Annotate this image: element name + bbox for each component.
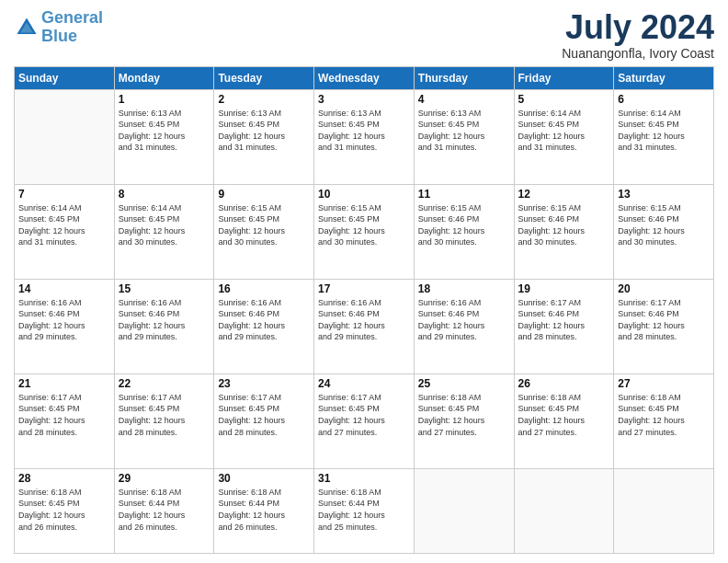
calendar-day-cell: 31Sunrise: 6:18 AM Sunset: 6:44 PM Dayli… [314, 468, 415, 553]
day-number: 24 [318, 377, 410, 390]
calendar-header-row: SundayMondayTuesdayWednesdayThursdayFrid… [15, 66, 714, 89]
day-number: 19 [518, 282, 610, 295]
calendar-day-cell: 2Sunrise: 6:13 AM Sunset: 6:45 PM Daylig… [214, 89, 314, 184]
day-number: 7 [18, 188, 110, 201]
day-info: Sunrise: 6:16 AM Sunset: 6:46 PM Dayligh… [418, 297, 510, 343]
day-info: Sunrise: 6:16 AM Sunset: 6:46 PM Dayligh… [18, 297, 110, 343]
calendar-day-cell [15, 89, 115, 184]
day-number: 8 [119, 188, 210, 201]
day-info: Sunrise: 6:17 AM Sunset: 6:45 PM Dayligh… [18, 392, 110, 438]
day-info: Sunrise: 6:15 AM Sunset: 6:46 PM Dayligh… [518, 202, 610, 248]
day-number: 28 [18, 472, 110, 485]
day-info: Sunrise: 6:13 AM Sunset: 6:45 PM Dayligh… [119, 108, 210, 154]
calendar-day-cell: 6Sunrise: 6:14 AM Sunset: 6:45 PM Daylig… [614, 89, 714, 184]
day-info: Sunrise: 6:18 AM Sunset: 6:45 PM Dayligh… [618, 392, 710, 438]
calendar-day-cell [614, 468, 714, 553]
day-number: 2 [218, 93, 310, 106]
day-info: Sunrise: 6:16 AM Sunset: 6:46 PM Dayligh… [318, 297, 410, 343]
calendar-day-cell: 25Sunrise: 6:18 AM Sunset: 6:45 PM Dayli… [414, 373, 514, 468]
day-info: Sunrise: 6:18 AM Sunset: 6:45 PM Dayligh… [518, 392, 610, 438]
day-info: Sunrise: 6:18 AM Sunset: 6:44 PM Dayligh… [218, 487, 310, 533]
day-number: 12 [518, 188, 610, 201]
day-number: 20 [618, 282, 710, 295]
day-info: Sunrise: 6:16 AM Sunset: 6:46 PM Dayligh… [119, 297, 210, 343]
calendar-day-cell: 21Sunrise: 6:17 AM Sunset: 6:45 PM Dayli… [15, 373, 115, 468]
calendar-day-cell: 26Sunrise: 6:18 AM Sunset: 6:45 PM Dayli… [514, 373, 614, 468]
day-info: Sunrise: 6:13 AM Sunset: 6:45 PM Dayligh… [418, 108, 510, 154]
day-number: 26 [518, 377, 610, 390]
logo-text: General Blue [41, 9, 103, 46]
calendar-day-header: Sunday [15, 66, 115, 89]
calendar-day-cell: 19Sunrise: 6:17 AM Sunset: 6:46 PM Dayli… [514, 279, 614, 373]
calendar-week-row: 28Sunrise: 6:18 AM Sunset: 6:45 PM Dayli… [15, 468, 714, 553]
day-number: 17 [318, 282, 410, 295]
calendar-day-cell: 9Sunrise: 6:15 AM Sunset: 6:45 PM Daylig… [214, 184, 314, 279]
day-number: 5 [518, 93, 610, 106]
day-number: 1 [119, 93, 210, 106]
calendar-day-cell: 15Sunrise: 6:16 AM Sunset: 6:46 PM Dayli… [114, 279, 214, 373]
day-number: 18 [418, 282, 510, 295]
logo: General Blue [14, 9, 103, 46]
calendar-day-cell: 28Sunrise: 6:18 AM Sunset: 6:45 PM Dayli… [15, 468, 115, 553]
day-number: 25 [418, 377, 510, 390]
calendar-day-cell: 10Sunrise: 6:15 AM Sunset: 6:45 PM Dayli… [314, 184, 415, 279]
calendar-day-cell: 22Sunrise: 6:17 AM Sunset: 6:45 PM Dayli… [114, 373, 214, 468]
location-subtitle: Nuanangonfla, Ivory Coast [562, 46, 714, 61]
calendar-day-cell: 14Sunrise: 6:16 AM Sunset: 6:46 PM Dayli… [15, 279, 115, 373]
day-info: Sunrise: 6:18 AM Sunset: 6:44 PM Dayligh… [119, 487, 210, 533]
day-info: Sunrise: 6:15 AM Sunset: 6:45 PM Dayligh… [218, 202, 310, 248]
day-number: 4 [418, 93, 510, 106]
calendar-day-header: Friday [514, 66, 614, 89]
calendar-table: SundayMondayTuesdayWednesdayThursdayFrid… [14, 66, 714, 554]
day-info: Sunrise: 6:13 AM Sunset: 6:45 PM Dayligh… [218, 108, 310, 154]
day-info: Sunrise: 6:15 AM Sunset: 6:46 PM Dayligh… [418, 202, 510, 248]
logo-icon [14, 15, 40, 40]
title-area: July 2024 Nuanangonfla, Ivory Coast [562, 9, 714, 61]
day-info: Sunrise: 6:14 AM Sunset: 6:45 PM Dayligh… [18, 202, 110, 248]
calendar-day-cell: 30Sunrise: 6:18 AM Sunset: 6:44 PM Dayli… [214, 468, 314, 553]
calendar-day-cell: 4Sunrise: 6:13 AM Sunset: 6:45 PM Daylig… [414, 89, 514, 184]
day-info: Sunrise: 6:18 AM Sunset: 6:45 PM Dayligh… [18, 487, 110, 533]
calendar-day-cell: 18Sunrise: 6:16 AM Sunset: 6:46 PM Dayli… [414, 279, 514, 373]
day-info: Sunrise: 6:18 AM Sunset: 6:44 PM Dayligh… [318, 487, 410, 533]
day-number: 6 [618, 93, 710, 106]
calendar-day-header: Tuesday [214, 66, 314, 89]
calendar-day-cell: 23Sunrise: 6:17 AM Sunset: 6:45 PM Dayli… [214, 373, 314, 468]
day-number: 3 [318, 93, 410, 106]
day-number: 13 [618, 188, 710, 201]
calendar-day-cell: 17Sunrise: 6:16 AM Sunset: 6:46 PM Dayli… [314, 279, 415, 373]
day-info: Sunrise: 6:17 AM Sunset: 6:45 PM Dayligh… [119, 392, 210, 438]
day-info: Sunrise: 6:17 AM Sunset: 6:45 PM Dayligh… [318, 392, 410, 438]
calendar-week-row: 21Sunrise: 6:17 AM Sunset: 6:45 PM Dayli… [15, 373, 714, 468]
calendar-day-header: Saturday [614, 66, 714, 89]
day-info: Sunrise: 6:17 AM Sunset: 6:46 PM Dayligh… [518, 297, 610, 343]
calendar-day-cell: 13Sunrise: 6:15 AM Sunset: 6:46 PM Dayli… [614, 184, 714, 279]
day-number: 14 [18, 282, 110, 295]
header: General Blue July 2024 Nuanangonfla, Ivo… [14, 9, 714, 61]
calendar-day-header: Monday [114, 66, 214, 89]
day-number: 31 [318, 472, 410, 485]
day-number: 15 [119, 282, 210, 295]
calendar-day-cell: 7Sunrise: 6:14 AM Sunset: 6:45 PM Daylig… [15, 184, 115, 279]
calendar-day-cell: 1Sunrise: 6:13 AM Sunset: 6:45 PM Daylig… [114, 89, 214, 184]
calendar-day-cell: 29Sunrise: 6:18 AM Sunset: 6:44 PM Dayli… [114, 468, 214, 553]
day-info: Sunrise: 6:15 AM Sunset: 6:46 PM Dayligh… [618, 202, 710, 248]
day-info: Sunrise: 6:14 AM Sunset: 6:45 PM Dayligh… [119, 202, 210, 248]
calendar-day-cell: 5Sunrise: 6:14 AM Sunset: 6:45 PM Daylig… [514, 89, 614, 184]
calendar-day-cell [414, 468, 514, 553]
calendar-day-cell [514, 468, 614, 553]
calendar-day-cell: 11Sunrise: 6:15 AM Sunset: 6:46 PM Dayli… [414, 184, 514, 279]
logo-blue: Blue [41, 27, 77, 45]
calendar-day-cell: 16Sunrise: 6:16 AM Sunset: 6:46 PM Dayli… [214, 279, 314, 373]
calendar-week-row: 14Sunrise: 6:16 AM Sunset: 6:46 PM Dayli… [15, 279, 714, 373]
day-info: Sunrise: 6:17 AM Sunset: 6:45 PM Dayligh… [218, 392, 310, 438]
day-number: 30 [218, 472, 310, 485]
calendar-day-cell: 8Sunrise: 6:14 AM Sunset: 6:45 PM Daylig… [114, 184, 214, 279]
day-info: Sunrise: 6:13 AM Sunset: 6:45 PM Dayligh… [318, 108, 410, 154]
day-info: Sunrise: 6:16 AM Sunset: 6:46 PM Dayligh… [218, 297, 310, 343]
day-info: Sunrise: 6:14 AM Sunset: 6:45 PM Dayligh… [518, 108, 610, 154]
logo-general: General [41, 8, 103, 27]
calendar-day-cell: 3Sunrise: 6:13 AM Sunset: 6:45 PM Daylig… [314, 89, 415, 184]
day-number: 27 [618, 377, 710, 390]
calendar-day-cell: 27Sunrise: 6:18 AM Sunset: 6:45 PM Dayli… [614, 373, 714, 468]
